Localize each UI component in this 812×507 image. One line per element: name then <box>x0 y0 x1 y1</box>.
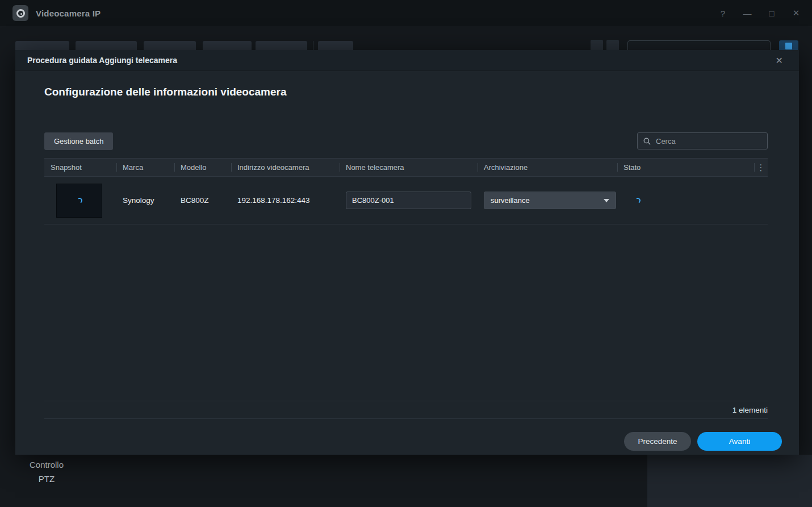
previous-button[interactable]: Precedente <box>624 432 691 451</box>
camera-lens-icon <box>16 9 25 18</box>
batch-manage-button[interactable]: Gestione batch <box>44 132 113 150</box>
dialog-header: Procedura guidata Aggiungi telecamera ✕ <box>15 50 799 71</box>
column-header-marca[interactable]: Marca <box>116 159 174 176</box>
column-header-archiviazione[interactable]: Archiviazione <box>478 159 617 176</box>
name-cell <box>340 192 478 209</box>
camera-name-input[interactable] <box>346 192 471 209</box>
dialog-close-button[interactable]: ✕ <box>776 55 783 66</box>
add-camera-wizard-dialog: Procedura guidata Aggiungi telecamera ✕ … <box>15 50 799 455</box>
column-menu-button[interactable]: ⋮ <box>754 159 768 176</box>
snapshot-cell <box>44 184 116 218</box>
address-cell: 192.168.178.162:443 <box>231 196 340 205</box>
search-box <box>637 132 768 149</box>
column-header-snapshot[interactable]: Snapshot <box>44 159 116 176</box>
search-input[interactable] <box>656 137 762 146</box>
help-button[interactable]: ? <box>718 9 727 18</box>
ptz-control-label: Controllo PTZ <box>20 458 73 486</box>
grid-icon <box>785 43 792 49</box>
minimize-button[interactable]: — <box>743 9 752 18</box>
snapshot-thumbnail <box>56 184 102 218</box>
toolbar-icon-button[interactable] <box>606 40 619 51</box>
maximize-button[interactable]: □ <box>767 9 776 18</box>
app-title: Videocamera IP <box>36 9 101 18</box>
column-header-nome[interactable]: Nome telecamera <box>340 159 478 176</box>
toolbar-icon-button[interactable] <box>591 40 603 51</box>
ptz-label-line1: Controllo <box>20 458 73 472</box>
toolbar-divider <box>313 41 313 50</box>
storage-cell: surveillance <box>478 192 617 209</box>
app-window: Controllo PTZ Videocamera IP ? — □ ✕ Pro… <box>0 0 812 507</box>
next-button[interactable]: Avanti <box>697 432 782 451</box>
item-count-bar: 1 elementi <box>44 401 768 419</box>
status-spinner-icon <box>634 197 641 203</box>
dialog-title: Procedura guidata Aggiungi telecamera <box>27 56 177 65</box>
column-header-indirizzo[interactable]: Indirizzo videocamera <box>231 159 340 176</box>
table-row[interactable]: Synology BC800Z 192.168.178.162:443 surv… <box>44 177 768 225</box>
item-count: 1 elementi <box>733 406 768 414</box>
chevron-down-icon <box>604 199 609 202</box>
loading-spinner-icon <box>76 197 82 203</box>
close-button[interactable]: ✕ <box>792 8 801 18</box>
brand-cell: Synology <box>116 196 174 205</box>
bottom-right-panel <box>647 455 812 507</box>
column-header-modello[interactable]: Modello <box>174 159 231 176</box>
storage-select[interactable]: surveillance <box>484 192 616 209</box>
table-header: Snapshot Marca Modello Indirizzo videoca… <box>44 158 768 177</box>
camera-table: Snapshot Marca Modello Indirizzo videoca… <box>44 158 768 225</box>
page-title: Configurazione delle informazioni videoc… <box>44 86 287 98</box>
status-cell <box>617 198 754 203</box>
camera-app-icon <box>12 5 28 21</box>
titlebar: Videocamera IP ? — □ ✕ <box>0 0 812 26</box>
model-cell: BC800Z <box>174 196 231 205</box>
storage-select-value: surveillance <box>491 196 530 205</box>
window-controls: ? — □ ✕ <box>718 8 801 18</box>
search-icon <box>643 137 651 146</box>
ptz-label-line2: PTZ <box>20 472 73 486</box>
column-header-stato[interactable]: Stato <box>617 159 754 176</box>
